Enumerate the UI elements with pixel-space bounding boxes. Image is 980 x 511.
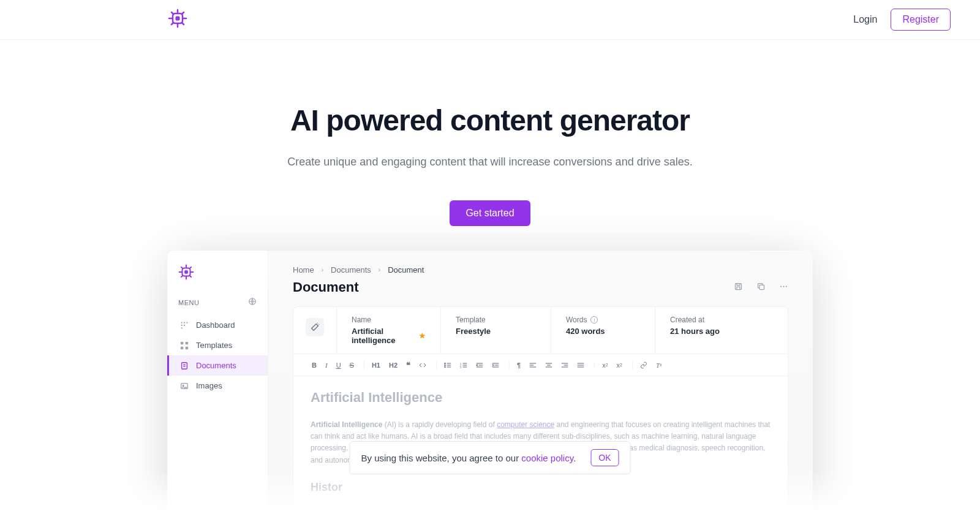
clear-format-button[interactable]: Tx: [656, 361, 662, 369]
svg-point-35: [183, 385, 184, 386]
sidebar-item-label: Images: [196, 381, 222, 390]
sidebar-item-templates[interactable]: Templates: [167, 335, 268, 355]
svg-rect-28: [186, 341, 188, 344]
svg-point-38: [780, 286, 782, 287]
code-button[interactable]: [419, 360, 426, 369]
apps-icon: [180, 341, 189, 350]
doc-link[interactable]: computer science: [497, 420, 554, 429]
sidebar-item-images[interactable]: Images: [167, 376, 268, 396]
strikethrough-button[interactable]: S: [350, 361, 354, 369]
underline-button[interactable]: U: [336, 361, 341, 369]
svg-line-16: [181, 267, 183, 268]
sidebar-item-documents[interactable]: Documents: [167, 355, 268, 376]
hero-subtitle: Create unique and engaging content that …: [0, 156, 980, 168]
cookie-ok-button[interactable]: OK: [590, 449, 619, 466]
align-left-button[interactable]: [529, 361, 537, 369]
link-button[interactable]: [640, 361, 647, 369]
wand-icon: [306, 318, 324, 336]
svg-line-7: [182, 23, 184, 25]
editor-toolbar: B I U S H1 H2 ❝ 123: [293, 354, 788, 376]
cpu-icon: [178, 264, 194, 280]
subscript-button[interactable]: x2: [602, 361, 608, 369]
copy-icon[interactable]: [756, 282, 766, 293]
indent-button[interactable]: [492, 361, 499, 369]
italic-button[interactable]: I: [325, 361, 328, 369]
more-icon[interactable]: [779, 282, 788, 293]
svg-line-19: [190, 267, 191, 268]
svg-line-8: [172, 23, 173, 25]
svg-point-21: [181, 322, 182, 323]
sidebar-logo[interactable]: [167, 264, 268, 297]
site-logo[interactable]: [168, 9, 187, 31]
menu-label: MENU: [178, 299, 199, 306]
meta-label-template: Template: [456, 316, 536, 324]
h2-button[interactable]: H2: [389, 360, 398, 369]
document-icon: [180, 361, 189, 370]
svg-text:3: 3: [460, 366, 461, 368]
svg-point-43: [445, 365, 446, 366]
svg-point-45: [445, 366, 446, 368]
cookie-banner: By using this website, you agree to our …: [350, 441, 631, 474]
image-icon: [180, 382, 189, 390]
svg-rect-37: [760, 285, 764, 290]
cookie-text-end: .: [573, 453, 576, 463]
svg-point-41: [445, 363, 446, 364]
chevron-right-icon: ›: [379, 267, 380, 273]
h1-button[interactable]: H1: [372, 360, 380, 369]
login-link[interactable]: Login: [853, 14, 877, 25]
register-button[interactable]: Register: [891, 9, 951, 31]
breadcrumb-home[interactable]: Home: [293, 265, 314, 274]
sidebar-item-label: Documents: [196, 361, 236, 370]
meta-label-created: Created at: [670, 316, 773, 324]
svg-point-40: [786, 286, 787, 287]
quote-button[interactable]: ❝: [406, 360, 410, 369]
hero-title: AI powered content generator: [0, 104, 980, 137]
meta-value-words: 420 words: [566, 327, 640, 336]
svg-line-17: [190, 276, 191, 277]
meta-label-name: Name: [352, 316, 426, 324]
meta-value-name: Artificial intelligence: [352, 327, 415, 345]
svg-line-18: [181, 276, 183, 277]
svg-line-9: [182, 12, 184, 14]
doc-subheading: Histor: [311, 481, 771, 494]
list-ol-button[interactable]: 123: [460, 361, 467, 369]
chevron-right-icon: ›: [322, 267, 323, 273]
meta-label-words: Words: [566, 316, 587, 324]
bold-button[interactable]: B: [312, 361, 317, 369]
document-card: Name Artificial intelligence ★ Template …: [293, 306, 788, 511]
svg-point-25: [184, 324, 185, 325]
sidebar-item-dashboard[interactable]: Dashboard: [167, 315, 268, 335]
outdent-button[interactable]: [476, 361, 483, 369]
svg-point-24: [181, 324, 182, 325]
meta-value-template: Freestyle: [456, 327, 536, 336]
paragraph-button[interactable]: ¶: [517, 361, 521, 369]
svg-rect-1: [176, 17, 180, 21]
list-ul-button[interactable]: [444, 361, 451, 369]
sidebar-item-label: Dashboard: [196, 320, 235, 330]
svg-point-26: [181, 327, 182, 328]
svg-point-22: [184, 322, 185, 323]
info-icon[interactable]: i: [590, 316, 598, 324]
superscript-button[interactable]: x2: [617, 361, 622, 369]
save-icon[interactable]: [734, 282, 743, 293]
cpu-icon: [168, 9, 187, 28]
breadcrumb-current: Document: [388, 265, 424, 274]
sidebar: MENU Dashboard Templates Documents: [167, 251, 268, 511]
doc-paragraph: The term artificial intelligence was fir…: [311, 506, 771, 511]
language-icon[interactable]: [248, 297, 257, 308]
align-right-button[interactable]: [561, 361, 568, 369]
align-center-button[interactable]: [545, 361, 552, 369]
cookie-policy-link[interactable]: cookie policy: [521, 453, 573, 463]
grid-icon: [180, 321, 189, 330]
cookie-text: By using this website, you agree to our: [361, 453, 522, 463]
star-icon[interactable]: ★: [419, 331, 426, 340]
svg-rect-27: [181, 341, 183, 344]
align-justify-button[interactable]: [577, 361, 584, 369]
svg-rect-11: [184, 270, 188, 274]
get-started-button[interactable]: Get started: [450, 200, 530, 226]
meta-value-created: 21 hours ago: [670, 327, 773, 336]
svg-point-23: [186, 322, 187, 323]
doc-heading: Artificial Intelligence: [311, 390, 771, 406]
breadcrumb-documents[interactable]: Documents: [331, 265, 371, 274]
sidebar-item-label: Templates: [196, 341, 232, 350]
